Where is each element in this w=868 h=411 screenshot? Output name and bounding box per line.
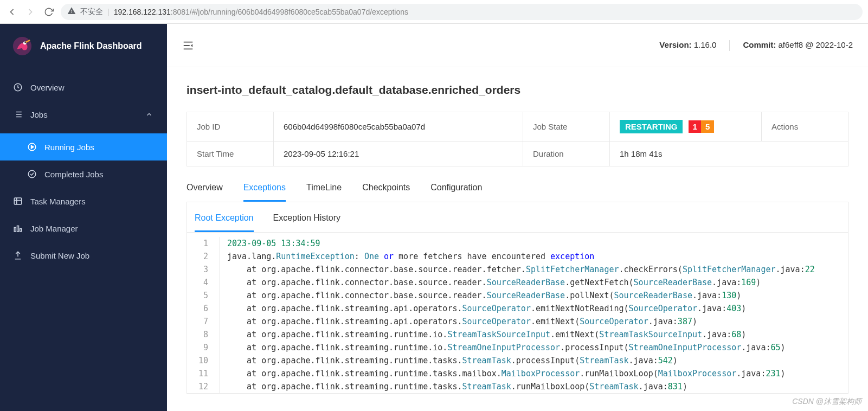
sidebar-item-label: Completed Jobs <box>44 170 103 179</box>
sidebar-item-overview[interactable]: Overview <box>0 74 167 101</box>
dashboard-icon <box>13 82 23 92</box>
exception-panel: Root Exception Exception History 1234567… <box>187 202 848 394</box>
url-text: 192.168.122.131:8081/#/job/running/606b0… <box>114 8 408 16</box>
svg-rect-16 <box>14 228 16 232</box>
tab-configuration[interactable]: Configuration <box>430 177 482 202</box>
tab-exceptions[interactable]: Exceptions <box>243 177 286 202</box>
sidebar-item-task-managers[interactable]: Task Managers <box>0 188 167 215</box>
flink-logo-icon <box>12 36 33 56</box>
chevron-up-icon <box>144 110 154 119</box>
sidebar-item-jobs[interactable]: Jobs <box>0 101 167 128</box>
url-bar[interactable]: 不安全 | 192.168.122.131:8081/#/job/running… <box>61 4 863 20</box>
sidebar: Apache Flink Dashboard Overview Jobs <box>0 24 167 411</box>
insecure-label: 不安全 <box>80 7 103 17</box>
tab-overview[interactable]: Overview <box>187 177 223 202</box>
upload-icon <box>13 251 23 260</box>
top-meta: Version: 1.16.0 Commit: af6eff8 @ 2022-1… <box>659 40 853 51</box>
label-job-state: Job State <box>523 112 610 142</box>
job-info-table: Job ID 606b04d64998f6080ce5cab55ba0a07d … <box>187 112 848 166</box>
sidebar-item-label: Submit New Job <box>30 251 89 260</box>
sidebar-item-job-manager[interactable]: Job Manager <box>0 215 167 242</box>
state-badge: RESTARTING <box>620 120 683 133</box>
main: Version: 1.16.0 Commit: af6eff8 @ 2022-1… <box>167 24 868 411</box>
value-job-state: RESTARTING 15 <box>610 112 762 142</box>
tab-checkpoints[interactable]: Checkpoints <box>362 177 410 202</box>
sidebar-item-label: Running Jobs <box>44 143 94 152</box>
topbar: Version: 1.16.0 Commit: af6eff8 @ 2022-1… <box>167 24 868 67</box>
sidebar-item-label: Overview <box>30 83 65 92</box>
svg-rect-13 <box>14 198 22 204</box>
list-icon <box>13 110 23 119</box>
back-arrow-icon[interactable] <box>5 5 18 18</box>
svg-point-12 <box>28 170 36 178</box>
label-start-time: Start Time <box>187 142 274 166</box>
build-icon <box>13 223 23 233</box>
reload-icon[interactable] <box>42 5 55 18</box>
tab-timeline[interactable]: TimeLine <box>306 177 342 202</box>
job-tabs: Overview Exceptions TimeLine Checkpoints… <box>187 177 848 202</box>
play-circle-icon <box>27 142 37 152</box>
brand: Apache Flink Dashboard <box>0 24 167 68</box>
label-actions: Actions <box>762 112 848 142</box>
check-circle-icon <box>27 169 37 179</box>
subtab-exception-history[interactable]: Exception History <box>273 210 341 232</box>
brand-title: Apache Flink Dashboard <box>40 41 142 51</box>
job-title: insert-into_default_catalog.default_data… <box>187 84 848 97</box>
sidebar-item-submit-new-job[interactable]: Submit New Job <box>0 242 167 269</box>
label-job-id: Job ID <box>187 112 274 142</box>
subtab-root-exception[interactable]: Root Exception <box>195 210 254 232</box>
sidebar-item-label: Task Managers <box>30 197 86 206</box>
value-duration: 1h 18m 41s <box>610 142 848 166</box>
sidebar-item-completed-jobs[interactable]: Completed Jobs <box>0 160 167 188</box>
code-lines: 2023-09-05 13:34:59java.lang.RuntimeExce… <box>220 237 848 393</box>
stack-trace[interactable]: 123456789101112 2023-09-05 13:34:59java.… <box>187 233 848 393</box>
svg-marker-11 <box>31 145 34 149</box>
sidebar-collapse-icon[interactable] <box>182 40 194 52</box>
forward-arrow-icon[interactable] <box>24 5 37 18</box>
sidebar-item-label: Job Manager <box>30 224 78 233</box>
line-gutter: 123456789101112 <box>187 237 220 393</box>
value-start-time: 2023-09-05 12:16:21 <box>274 142 523 166</box>
value-job-id: 606b04d64998f6080ce5cab55ba0a07d <box>274 112 523 142</box>
sidebar-item-label: Jobs <box>30 110 48 119</box>
svg-rect-18 <box>20 229 22 232</box>
sidebar-item-running-jobs[interactable]: Running Jobs <box>0 133 167 160</box>
svg-rect-17 <box>17 226 19 232</box>
browser-bar: 不安全 | 192.168.122.131:8081/#/job/running… <box>0 0 868 24</box>
exception-subtabs: Root Exception Exception History <box>187 202 848 233</box>
status-badge-red: 1 <box>689 120 702 133</box>
schedule-icon <box>13 196 23 206</box>
insecure-icon <box>67 7 76 17</box>
label-duration: Duration <box>523 142 610 166</box>
status-badge-orange: 5 <box>701 120 714 133</box>
